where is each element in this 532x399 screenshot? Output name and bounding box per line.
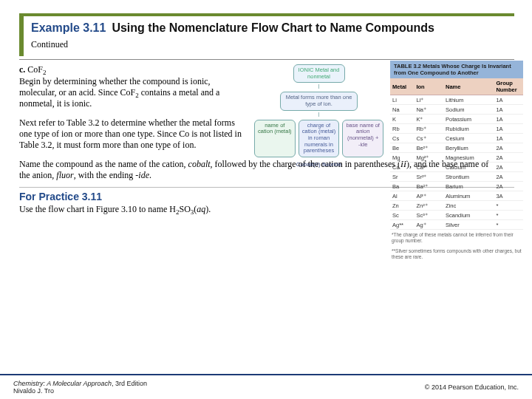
table-cell: Ag⁺ — [414, 220, 443, 230]
table-cell: Rubidium — [443, 124, 494, 134]
table-cell: 2A — [494, 153, 523, 163]
formula-prefix: Co — [27, 64, 38, 75]
example-title: Using the Nomenclature Flow Chart to Nam… — [112, 21, 434, 35]
divider — [19, 59, 514, 60]
continued-label: Continued — [31, 39, 514, 50]
table-cell: * — [494, 211, 523, 220]
table-row: MgMg²⁺Magnesium2A — [390, 153, 523, 163]
table-cell: * — [494, 220, 523, 230]
table-cell: * — [494, 201, 523, 211]
table-cell: Silver — [443, 220, 494, 230]
table-cell: 2A — [494, 182, 523, 191]
table-cell: K⁺ — [414, 115, 443, 124]
table-cell: K — [390, 115, 414, 124]
table-cell: Beryllium — [443, 143, 494, 153]
table-cell: Mg²⁺ — [414, 153, 443, 163]
table-cell: Cesium — [443, 134, 494, 143]
table-cell: Cs⁺ — [414, 134, 443, 143]
table-cell: 1A — [494, 115, 523, 124]
table-cell: Rb⁺ — [414, 124, 443, 134]
th-name: Name — [443, 78, 494, 95]
table-cell: Na — [390, 105, 414, 115]
part-label: c. — [19, 64, 25, 75]
table-cell: Rb — [390, 124, 414, 134]
table-cell: Ba — [390, 182, 414, 191]
metals-table: TABLE 3.2 Metals Whose Charge Is Invaria… — [390, 61, 523, 262]
body: c. CoF2 Begin by determining whether the… — [19, 64, 514, 286]
table-cell: Sr — [390, 172, 414, 182]
headline: Example 3.11 Using the Nomenclature Flow… — [31, 21, 514, 35]
flow-node-anion: base name of anion (nonmetal) + -ide — [342, 120, 383, 157]
flow-node-charge: charge of cation (metal) in roman numera… — [299, 120, 340, 157]
table-row: LiLi⁺Lithium1A — [390, 95, 523, 105]
table-cell: Magnesium — [443, 153, 494, 163]
table-row: RbRb⁺Rubidium1A — [390, 124, 523, 134]
header-band: Example 3.11 Using the Nomenclature Flow… — [19, 13, 514, 56]
table-footnote-1: *The charge of these metals cannot be in… — [390, 230, 523, 246]
th-ion: Ion — [414, 78, 443, 95]
text-column: c. CoF2 Begin by determining whether the… — [19, 64, 248, 151]
table-cell: Strontium — [443, 172, 494, 182]
table-row: KK⁺Potassium1A — [390, 115, 523, 124]
table-cell: Ca²⁺ — [414, 163, 443, 172]
copyright: © 2014 Pearson Education, Inc. — [425, 383, 519, 391]
table-cell: Potassium — [443, 115, 494, 124]
flow-node-cation-name: name of cation (metal) — [254, 120, 296, 157]
table-cell: 2A — [494, 172, 523, 182]
table-row: NaNa⁺Sodium1A — [390, 105, 523, 115]
table-cell: Aluminum — [443, 191, 494, 201]
author: Nivaldo J. Tro — [13, 387, 54, 395]
table-cell: Scandium — [443, 211, 494, 220]
para-c-1: c. CoF2 Begin by determining whether the… — [19, 64, 248, 109]
flow-connector — [318, 112, 319, 117]
flow-connector — [318, 84, 319, 89]
table-row: ZnZn²⁺Zinc* — [390, 201, 523, 211]
table-cell: Sr²⁺ — [414, 172, 443, 182]
table-header-row: Metal Ion Name Group Number — [390, 78, 523, 95]
table-cell: Ag** — [390, 220, 414, 230]
table-cell: Be²⁺ — [414, 143, 443, 153]
flow-result: Cobalt(II) fluoride — [254, 161, 383, 168]
table-cell: Sc — [390, 211, 414, 220]
table-title: TABLE 3.2 Metals Whose Charge Is Invaria… — [390, 61, 523, 78]
table-cell: 3A — [494, 191, 523, 201]
table-row: BaBa²⁺Barium2A — [390, 182, 523, 191]
edition: , 3rd Edition — [112, 380, 147, 387]
table-cell: Al — [390, 191, 414, 201]
table-cell: Lithium — [443, 95, 494, 105]
table-row: ScSc³⁺Scandium* — [390, 211, 523, 220]
table-cell: Cs — [390, 134, 414, 143]
table-cell: Sodium — [443, 105, 494, 115]
table-cell: 1A — [494, 124, 523, 134]
table-cell: Ca — [390, 163, 414, 172]
flow-node-ionic: IONIC Metal and nonmetal — [293, 64, 345, 83]
table-cell: Sc³⁺ — [414, 211, 443, 220]
table-footnote-2: **Silver sometimes forms compounds with … — [390, 246, 523, 262]
table-row: AlAl³⁺Aluminum3A — [390, 191, 523, 201]
table-cell: Zinc — [443, 201, 494, 211]
example-number: Example 3.11 — [31, 21, 106, 35]
flow-node-multi-ion: Metal forms more than one type of ion. — [280, 92, 358, 110]
table-row: CsCs⁺Cesium1A — [390, 134, 523, 143]
table-cell: Li — [390, 95, 414, 105]
table-cell: 1A — [494, 95, 523, 105]
footer-left: Chemistry: A Molecular Approach, 3rd Edi… — [13, 380, 147, 395]
flowchart: IONIC Metal and nonmetal Metal forms mor… — [254, 64, 383, 168]
table-cell: Al³⁺ — [414, 191, 443, 201]
table-cell: Mg — [390, 153, 414, 163]
table-cell: Calcium — [443, 163, 494, 172]
table-cell: Li⁺ — [414, 95, 443, 105]
table-row: Ag**Ag⁺Silver* — [390, 220, 523, 230]
footer: Chemistry: A Molecular Approach, 3rd Edi… — [0, 374, 532, 399]
flow-row: name of cation (metal) charge of cation … — [254, 120, 383, 157]
table-cell: 2A — [494, 163, 523, 172]
table-cell: 1A — [494, 134, 523, 143]
table: Metal Ion Name Group Number LiLi⁺Lithium… — [390, 78, 523, 230]
table-cell: Na⁺ — [414, 105, 443, 115]
table-cell: Be — [390, 143, 414, 153]
slide: Example 3.11 Using the Nomenclature Flow… — [0, 0, 532, 286]
th-metal: Metal — [390, 78, 414, 95]
table-cell: 2A — [494, 143, 523, 153]
para-c-2: Next refer to Table 3.2 to determine whe… — [19, 117, 248, 151]
table-cell: Barium — [443, 182, 494, 191]
